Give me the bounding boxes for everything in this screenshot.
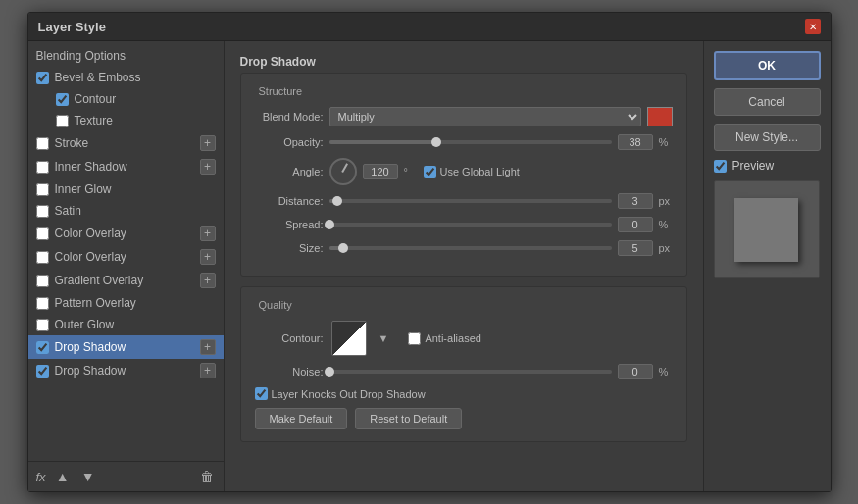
stroke-label: Stroke [55,136,89,150]
noise-input[interactable] [618,364,653,379]
sidebar-item-satin[interactable]: Satin [28,200,224,222]
anti-alias-label[interactable]: Anti-aliased [408,332,480,345]
knock-out-row: Layer Knocks Out Drop Shadow [255,387,673,400]
fx-label: fx [36,470,46,484]
right-panel: OK Cancel New Style... Preview [703,41,831,491]
sidebar-item-inner-shadow[interactable]: Inner Shadow + [28,155,224,178]
opacity-unit: % [659,136,673,148]
outer-glow-checkbox[interactable] [36,319,49,331]
outer-glow-label: Outer Glow [55,318,115,331]
spread-label: Spread: [255,219,324,230]
inner-shadow-plus-button[interactable]: + [200,159,216,175]
color-overlay-1-plus-button[interactable]: + [200,226,216,241]
drop-shadow-2-plus-button[interactable]: + [200,363,216,378]
pattern-overlay-checkbox[interactable] [36,297,49,310]
distance-input[interactable] [618,193,653,209]
noise-unit: % [659,366,673,378]
stroke-checkbox[interactable] [36,137,49,150]
sidebar-item-inner-glow[interactable]: Inner Glow [28,178,224,200]
pattern-overlay-label: Pattern Overlay [55,296,136,310]
spread-slider[interactable] [329,223,612,227]
gradient-overlay-plus-button[interactable]: + [200,273,216,288]
drop-shadow-1-checkbox[interactable] [36,341,49,354]
knock-out-checkbox[interactable] [255,387,268,400]
drop-shadow-1-plus-button[interactable]: + [200,339,216,355]
opacity-slider[interactable] [329,140,612,144]
angle-input[interactable] [363,164,398,179]
preview-label[interactable]: Preview [714,159,821,173]
anti-alias-checkbox[interactable] [408,332,421,345]
inner-glow-checkbox[interactable] [36,183,49,196]
sidebar-item-stroke[interactable]: Stroke + [28,131,224,155]
layer-style-dialog: Layer Style ✕ Blending Options Bevel & E… [27,12,832,492]
cancel-button[interactable]: Cancel [714,88,821,116]
size-input[interactable] [618,240,653,256]
sidebar-item-contour[interactable]: Contour [28,88,224,110]
size-slider[interactable] [329,246,612,250]
sidebar-item-color-overlay-1[interactable]: Color Overlay + [28,222,224,245]
angle-unit: ° [404,166,418,177]
contour-preview[interactable] [331,321,367,356]
drop-shadow-2-checkbox[interactable] [36,365,49,378]
preview-box [714,180,820,278]
sidebar-item-pattern-overlay[interactable]: Pattern Overlay [28,292,224,314]
distance-unit: px [659,195,673,207]
size-row: Size: px [255,240,673,256]
angle-row: Angle: ° Use Global Light [255,158,673,185]
contour-checkbox[interactable] [56,93,69,106]
texture-label: Texture [75,114,113,127]
bevel-emboss-label: Bevel & Emboss [55,71,141,84]
color-overlay-1-checkbox[interactable] [36,227,49,240]
left-panel-footer: fx ▲ ▼ 🗑 [28,461,224,491]
texture-checkbox[interactable] [56,115,69,127]
distance-slider[interactable] [329,199,612,203]
shadow-color-swatch[interactable] [647,107,673,126]
sidebar-item-gradient-overlay[interactable]: Gradient Overlay + [28,269,224,292]
opacity-input[interactable] [618,134,653,150]
sidebar-item-drop-shadow-1[interactable]: Drop Shadow + [28,335,224,359]
sidebar-item-drop-shadow-2[interactable]: Drop Shadow + [28,359,224,382]
move-down-button[interactable]: ▼ [79,468,97,485]
move-up-button[interactable]: ▲ [54,468,72,485]
knock-out-label[interactable]: Layer Knocks Out Drop Shadow [255,387,426,400]
delete-button[interactable]: 🗑 [198,468,216,485]
inner-shadow-checkbox[interactable] [36,161,49,174]
preview-checkbox[interactable] [714,160,727,173]
contour-row: Contour: ▼ Anti-aliased [255,321,673,356]
gradient-overlay-checkbox[interactable] [36,275,49,287]
sidebar-item-outer-glow[interactable]: Outer Glow [28,314,224,335]
reset-default-button[interactable]: Reset to Default [355,408,462,429]
use-global-light-label[interactable]: Use Global Light [424,166,520,178]
spread-row: Spread: % [255,217,673,232]
blend-mode-select[interactable]: Multiply Normal Screen Overlay [329,107,641,126]
sidebar-item-bevel-emboss[interactable]: Bevel & Emboss [28,67,224,88]
satin-checkbox[interactable] [36,205,49,218]
ok-button[interactable]: OK [714,51,821,80]
color-overlay-2-plus-button[interactable]: + [200,249,216,265]
structure-subtitle: Structure [255,85,673,97]
make-default-button[interactable]: Make Default [255,408,348,429]
noise-row: Noise: % [255,364,673,379]
sidebar-item-color-overlay-2[interactable]: Color Overlay + [28,245,224,269]
noise-slider[interactable] [329,370,612,374]
new-style-button[interactable]: New Style... [714,124,821,151]
contour-label: Contour: [255,332,324,344]
bevel-emboss-checkbox[interactable] [36,72,49,84]
use-global-light-checkbox[interactable] [424,166,436,178]
angle-dial[interactable] [329,158,357,185]
preview-shape [734,198,798,262]
action-buttons: Make Default Reset to Default [255,408,673,429]
middle-panel: Drop Shadow Structure Blend Mode: Multip… [225,41,703,491]
dialog-body: Blending Options Bevel & Emboss Contour … [28,41,831,491]
stroke-plus-button[interactable]: + [200,135,216,151]
distance-label: Distance: [255,195,324,207]
spread-input[interactable] [618,217,653,232]
layer-style-list: Blending Options Bevel & Emboss Contour … [28,41,224,461]
contour-dropdown-button[interactable]: ▼ [379,332,389,344]
sidebar-item-blending-options[interactable]: Blending Options [28,45,224,67]
size-unit: px [659,242,673,254]
gradient-overlay-label: Gradient Overlay [55,274,144,287]
sidebar-item-texture[interactable]: Texture [28,110,224,131]
color-overlay-2-checkbox[interactable] [36,251,49,264]
close-button[interactable]: ✕ [805,19,821,34]
